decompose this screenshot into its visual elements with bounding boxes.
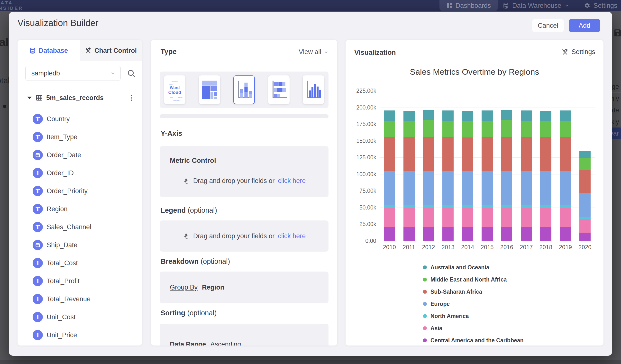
screen: DATA INSIDER Dashboards Data Warehouse S…: [0, 0, 621, 364]
field-item-region[interactable]: TRegion: [17, 200, 142, 218]
field-item-sales_channel[interactable]: TSales_Channel: [17, 218, 142, 236]
sorting-row-label: Data Range: [170, 341, 206, 346]
legend-dot: [423, 290, 427, 294]
bar-segment: [579, 193, 591, 217]
tab-chart-control[interactable]: Chart Control: [80, 40, 142, 61]
click-here-link[interactable]: click here: [278, 232, 306, 240]
tab-label: Database: [39, 47, 68, 54]
field-item-total_profit[interactable]: 1Total_Profit: [17, 272, 142, 290]
field-label: Total_Revenue: [47, 295, 90, 303]
sorting-card[interactable]: Data Range Ascending: [160, 324, 328, 346]
x-axis-tick-label: 2019: [555, 244, 575, 251]
bar-segment: [423, 208, 434, 227]
chart-type-column[interactable]: [303, 75, 324, 104]
bar-segment: [482, 121, 493, 137]
bar-segment: [384, 171, 395, 205]
bar-segment: [540, 121, 552, 138]
x-axis-tick-label: 2015: [477, 244, 497, 251]
legend-item: Sub-Saharan Africa: [423, 286, 524, 298]
field-item-ship_date[interactable]: Ship_Date: [17, 236, 142, 254]
chart-type-word-cloud[interactable]: analytics insight Word Cloud data charts…: [164, 75, 185, 104]
save-icon[interactable]: [613, 28, 621, 37]
field-item-total_revenue[interactable]: 1Total_Revenue: [17, 290, 142, 308]
metric-drop-zone[interactable]: Drag and drop your fields or click here: [160, 177, 328, 185]
expand-arrow-icon[interactable]: [27, 97, 32, 99]
bar-segment: [482, 110, 493, 121]
legend-label: Sub-Saharan Africa: [431, 289, 482, 295]
bar-segment: [384, 137, 395, 171]
bar-segment: [560, 205, 571, 208]
visualization-builder-modal: Visualization Builder Cancel Add Databas…: [9, 12, 612, 356]
bar-segment: [384, 121, 395, 137]
table-menu-icon[interactable]: [129, 94, 135, 102]
field-item-total_cost[interactable]: 1Total_Cost: [17, 254, 142, 272]
cancel-button[interactable]: Cancel: [532, 19, 564, 32]
field-item-order_id[interactable]: 1Order_ID: [17, 164, 142, 182]
field-item-item_type[interactable]: TItem_Type: [17, 128, 142, 146]
field-label: Region: [47, 205, 68, 213]
legend-label: Asia: [431, 325, 442, 332]
search-icon[interactable]: [126, 69, 136, 78]
type-row-scrollbar[interactable]: [160, 114, 328, 118]
bar-2011: [403, 111, 415, 241]
y-axis-tick-label: 50.00k: [345, 204, 376, 211]
nav-item-dashboards[interactable]: Dashboards: [439, 0, 498, 11]
y-axis-tick-label: 225.00k: [345, 87, 376, 94]
text-field-icon: T: [33, 132, 43, 142]
bar-segment: [403, 171, 415, 205]
nav-item-settings[interactable]: Settings: [584, 0, 617, 11]
bar-segment: [482, 205, 493, 208]
legend-dot: [423, 338, 427, 342]
legend-drop-zone[interactable]: Drag and drop your fields or click here: [160, 220, 328, 252]
click-here-link[interactable]: click here: [278, 177, 306, 185]
field-item-order_priority[interactable]: TOrder_Priority: [17, 182, 142, 200]
field-item-unit_cost[interactable]: 1Unit_Cost: [17, 308, 142, 326]
number-field-icon: 1: [33, 312, 43, 322]
add-button[interactable]: Add: [569, 19, 600, 32]
database-select[interactable]: sampledb: [25, 66, 121, 81]
x-axis-tick-label: 2014: [458, 244, 477, 251]
bar-segment: [521, 208, 532, 227]
viz-settings-button[interactable]: Settings: [562, 48, 595, 56]
tab-database[interactable]: Database: [17, 40, 80, 61]
bar-2014: [462, 111, 473, 241]
y-axis-tick-label: 125.00k: [345, 154, 376, 161]
nav-item-data-warehouse[interactable]: Data Warehouse: [503, 0, 569, 11]
legend-dot: [423, 278, 427, 281]
bar-segment: [521, 137, 532, 171]
bar-segment: [403, 137, 415, 171]
field-item-order_date[interactable]: Order_Date: [17, 146, 142, 164]
date-field-icon: [33, 150, 43, 160]
chart-type-stacked-column[interactable]: [233, 75, 255, 104]
table-tree-item[interactable]: 5m_sales_records: [25, 92, 135, 103]
bar-segment: [462, 205, 473, 208]
field-label: Item_Type: [47, 133, 77, 141]
bar-segment: [540, 111, 552, 121]
bar-segment: [540, 227, 552, 241]
bar-2018: [540, 111, 552, 241]
x-axis-tick-label: 2010: [380, 244, 399, 251]
group-by-label[interactable]: Group By: [170, 284, 198, 291]
bar-segment: [501, 137, 512, 171]
bar-segment: [442, 137, 454, 171]
field-item-unit_price[interactable]: 1Unit_Price: [17, 326, 142, 344]
view-all-button[interactable]: View all: [299, 48, 328, 56]
y-axis-tick-label: 150.00k: [345, 138, 376, 144]
bar-2012: [423, 110, 434, 241]
breakdown-card[interactable]: Group By Region: [160, 272, 328, 303]
legend-heading: Legend (optional): [161, 206, 217, 214]
bar-segment: [579, 170, 591, 193]
bar-segment: [384, 227, 395, 241]
number-field-icon: 1: [33, 258, 43, 268]
tools-icon: [562, 49, 569, 55]
x-axis-tick-label: 2016: [497, 244, 516, 251]
y-axis-tick-label: 75.00k: [345, 188, 376, 194]
chart-type-treemap[interactable]: [199, 75, 220, 104]
bar-segment: [442, 121, 454, 137]
field-label: Total_Cost: [47, 259, 78, 267]
field-label: Country: [47, 115, 70, 123]
field-item-country[interactable]: TCountry: [17, 110, 142, 128]
tap-click-icon: [183, 177, 190, 185]
bar-segment: [462, 111, 473, 121]
chart-type-stacked-bar-horizontal[interactable]: [268, 75, 290, 104]
